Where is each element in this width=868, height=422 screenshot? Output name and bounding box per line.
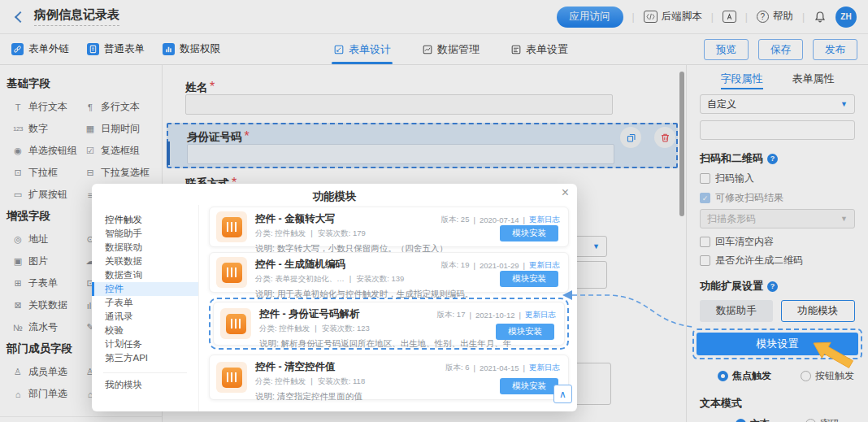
install-module-button[interactable]: 模块安装 [500,271,558,287]
ext-section-header: 功能扩展设置 ? [700,279,855,294]
changelog-link[interactable]: 更新日志 [529,363,560,373]
menu-item-control-trigger[interactable]: 控件触发 [92,213,198,227]
name-input[interactable] [185,94,613,115]
normal-form-label: 普通表单 [104,42,145,56]
help-button[interactable]: ? 帮助 [757,10,793,24]
canvas-scrollbar[interactable] [679,72,684,216]
close-icon[interactable]: × [562,186,569,199]
install-module-button[interactable]: 模块安装 [500,225,558,241]
enter-clear-checkbox[interactable]: 回车清空内容 [700,235,855,249]
panel-tabs: 字段属性 表单属性 [700,68,855,89]
header-actions: 应用访问 | 后端脚本 | | ? 帮助 | ZH [557,7,857,28]
menu-item-my-modules[interactable]: 我的模块 [92,378,198,392]
module-settings-button[interactable]: 模块设置 [697,333,858,355]
field-serial-number[interactable]: №流水号 [11,316,84,338]
focus-trigger-radio[interactable]: 焦点触发 [718,369,771,383]
language-icon[interactable] [723,11,736,23]
module-card-idcard-parse[interactable]: 控件 - 身份证号码解析 版本: 17|2021-10-12|更新日志 分类: … [213,302,565,346]
field-multi-line-text[interactable]: ¶多行文本 [84,96,163,118]
allow-qr-checkbox[interactable]: 是否允许生成二维码 [700,254,855,268]
avatar[interactable]: ZH [835,7,857,28]
module-installs: 安装次数: 123 [322,324,370,334]
normal-form-link[interactable]: 普通表单 [87,42,145,56]
scan-input-checkbox[interactable]: 扫码输入 [700,172,855,185]
menu-item-related-data[interactable]: 关联数据 [92,255,198,268]
help-icon[interactable]: ? [767,281,778,292]
page-title[interactable]: 病例信息记录表 [34,7,119,26]
tab-form-design[interactable]: 表单设计 [333,34,391,64]
field-address[interactable]: ◎地址 [11,228,84,250]
password-radio[interactable]: 密码 [805,417,840,422]
field-datetime[interactable]: ▦日期时间 [84,118,163,140]
field-single-line-text[interactable]: T单行文本 [11,96,84,118]
field-label: 日期时间 [101,122,140,136]
back-icon[interactable] [15,11,26,22]
menu-item-subform[interactable]: 子表单 [92,296,198,310]
module-card-clear-value[interactable]: 控件 - 清空控件值 版本: 6|2021-04-15|更新日志 分类: 控件触… [209,355,569,400]
notification-bell-icon[interactable] [814,11,827,24]
menu-item-validation[interactable]: 校验 [92,324,198,337]
field-expand-button[interactable]: ▭扩展按钮 [11,184,84,206]
field-member-single[interactable]: ♙成员单选 [11,361,84,383]
save-button[interactable]: 保存 [758,39,803,60]
dropdown-icon: ⊡ [11,167,24,178]
form-external-link[interactable]: 表单外链 [11,42,69,56]
field-image[interactable]: ▣图片 [11,250,84,272]
expand-button-icon: ▭ [11,189,24,200]
menu-item-controls[interactable]: 控件 [92,282,198,296]
install-module-button[interactable]: 模块安装 [500,378,558,394]
backend-script-button[interactable]: 后端脚本 [644,10,702,24]
module-title: 控件 - 生成随机编码 [255,258,345,272]
menu-item-data-query[interactable]: 数据查询 [92,268,198,282]
menu-item-data-linkage[interactable]: 数据联动 [92,241,198,255]
changelog-link[interactable]: 更新日志 [529,260,560,271]
field-radio-group[interactable]: ◉单选按钮组 [11,140,84,162]
multi-line-text-icon: ¶ [84,102,97,112]
subform-icon: ⊞ [11,278,24,289]
install-module-button[interactable]: 模块安装 [496,324,554,340]
changelog-link[interactable]: 更新日志 [525,310,556,320]
field-dropdown-multi[interactable]: ⊟下拉复选框 [84,162,163,184]
tab-form-settings[interactable]: 表单设置 [510,34,568,64]
module-description: 说明: 解析身份证号码返回所在地区、出生地、性别、出生年月、年龄、… [259,338,511,350]
text-radio[interactable]: 文本 [736,417,770,422]
field-subform[interactable]: ⊞子表单 [11,272,84,294]
menu-item-contacts[interactable]: 通讯录 [92,310,198,324]
function-module-button[interactable]: 功能模块 [781,300,856,322]
field-related-data[interactable]: ⊠关联数据 [11,294,84,316]
radio-label: 按钮触发 [815,369,854,383]
modify-result-checkbox[interactable]: ✓可修改扫码结果 [700,191,855,205]
module-card-random-code[interactable]: 控件 - 生成随机编码 版本: 19|2021-01-29|更新日志 分类: 表… [209,252,569,293]
menu-item-smart-assistant[interactable]: 智能助手 [92,227,198,241]
help-icon[interactable]: ? [767,154,778,164]
preview-button[interactable]: 预览 [704,39,749,60]
collapse-button[interactable]: ∧ [553,385,572,403]
textmode-section-title: 文本模式 [700,396,742,411]
delete-field-button[interactable] [654,127,675,148]
publish-button[interactable]: 发布 [813,39,857,60]
field-number[interactable]: 123数字 [11,118,84,140]
field-value-input[interactable] [700,120,855,140]
data-permission-link[interactable]: 数据权限 [163,42,220,56]
field-dept-single[interactable]: ⌂部门单选 [11,383,84,405]
field-checkbox-group[interactable]: ☑复选框组 [84,140,163,162]
selected-field-idcard[interactable]: 身份证号码* [167,123,678,168]
field-dropdown[interactable]: ⊡下拉框 [11,162,84,184]
menu-item-scheduled-task[interactable]: 计划任务 [92,337,198,351]
copy-field-button[interactable] [620,127,641,148]
module-category: 分类: 表单提交初始化、… [255,274,345,285]
button-trigger-radio[interactable]: 按钮触发 [801,369,854,383]
tab-field-properties[interactable]: 字段属性 [721,68,763,89]
menu-item-third-party-api[interactable]: 第三方API [92,351,198,365]
tab-form-properties[interactable]: 表单属性 [792,68,835,89]
module-description: 说明: 用于表单初始化与控件触发时，生成指定规则编码。 [255,289,507,300]
field-recycle-bin[interactable]: △ 字段回收站 [0,416,162,422]
tab-data-manage[interactable]: 数据管理 [422,34,480,64]
module-meta: 版本: 6|2021-04-15|更新日志 [445,363,560,373]
module-card-amount-uppercase[interactable]: 控件 - 金额转大写 版本: 25|2020-07-14|更新日志 分类: 控件… [209,207,569,247]
custom-select[interactable]: 自定义 ▼ [700,94,855,114]
idcard-input[interactable] [187,144,614,164]
app-access-button[interactable]: 应用访问 [557,7,623,28]
data-assistant-button[interactable]: 数据助手 [700,300,773,322]
changelog-link[interactable]: 更新日志 [529,215,560,225]
